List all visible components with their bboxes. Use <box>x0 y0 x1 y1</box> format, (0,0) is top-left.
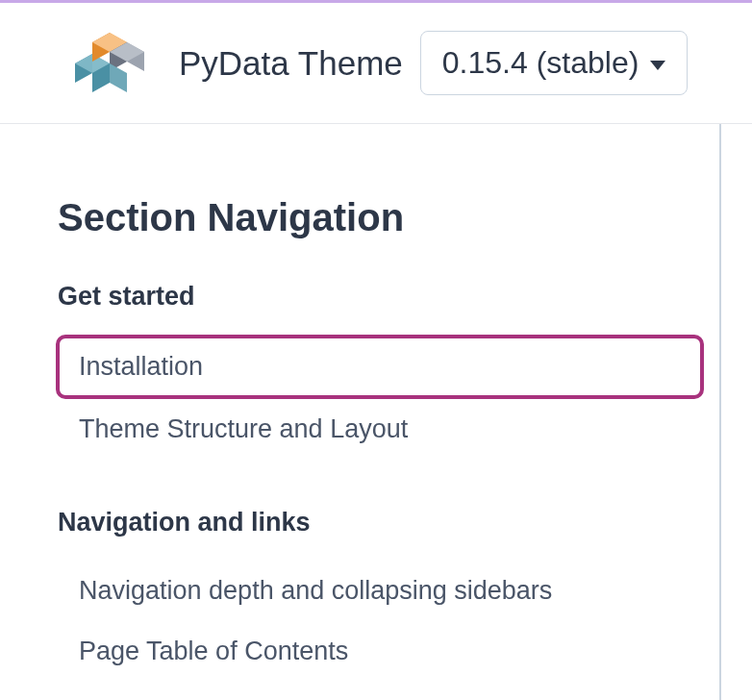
chevron-down-icon <box>650 61 665 70</box>
pydata-logo-icon[interactable] <box>56 25 162 102</box>
group-heading: Navigation and links <box>58 508 719 538</box>
nav-link-installation[interactable]: Installation <box>56 335 704 399</box>
version-label: 0.15.4 (stable) <box>442 45 639 81</box>
content-wrapper: Section Navigation Get started Installat… <box>0 124 752 700</box>
nav-group-navigation-links: Navigation and links Navigation depth an… <box>58 508 719 682</box>
sidebar: Section Navigation Get started Installat… <box>0 124 721 700</box>
nav-group-get-started: Get started Installation Theme Structure… <box>58 282 719 460</box>
version-selector[interactable]: 0.15.4 (stable) <box>420 31 689 95</box>
header: PyData Theme 0.15.4 (stable) <box>0 3 752 124</box>
nav-link-page-toc[interactable]: Page Table of Contents <box>60 621 719 682</box>
brand-title[interactable]: PyData Theme <box>179 44 403 83</box>
group-heading: Get started <box>58 282 719 312</box>
svg-marker-10 <box>110 63 127 92</box>
nav-link-nav-depth[interactable]: Navigation depth and collapsing sidebars <box>60 561 719 621</box>
sidebar-heading: Section Navigation <box>58 196 719 239</box>
nav-link-theme-structure[interactable]: Theme Structure and Layout <box>60 399 719 460</box>
